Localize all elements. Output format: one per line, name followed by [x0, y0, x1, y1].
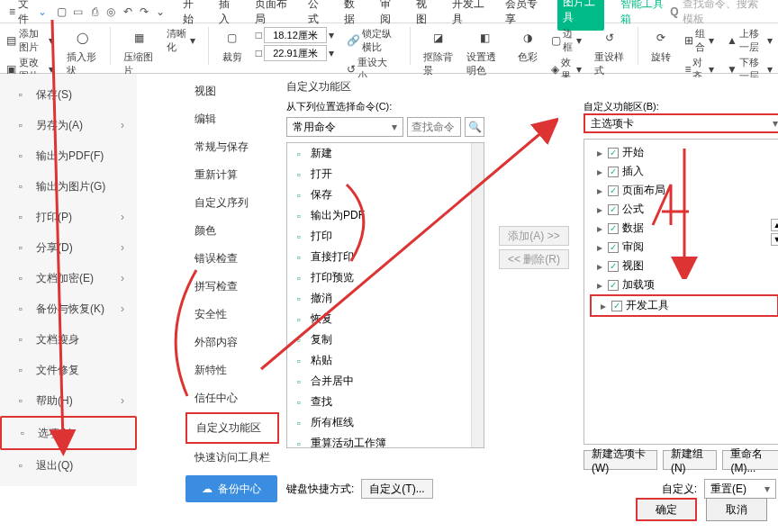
moveup-label[interactable]: 上移一层	[739, 27, 765, 54]
add-command-button[interactable]: 添加(A) >>	[499, 226, 569, 246]
command-item-6[interactable]: ▫打印预览	[287, 267, 484, 288]
new-group-button[interactable]: 新建组(N)	[663, 450, 717, 470]
tree-node-5[interactable]: ▸✓审阅	[588, 238, 778, 257]
spin-icon[interactable]: ▾	[329, 47, 334, 59]
ribbon-tree[interactable]: ▸✓开始▸✓插入▸✓页面布局▸✓公式▸✓数据▸✓审阅▸✓视图▸✓加载项▸✓开发工…	[584, 139, 778, 445]
tab-pic-tool[interactable]: 图片工具	[557, 0, 604, 31]
file-menu-item-11[interactable]: ▫选项(L)	[0, 416, 137, 450]
tree-node-1[interactable]: ▸✓插入	[588, 162, 778, 181]
reset-select[interactable]: 重置(E)▾	[704, 479, 776, 499]
options-category-11[interactable]: 信任中心	[185, 384, 279, 412]
tree-node-7[interactable]: ▸✓加载项	[588, 275, 778, 294]
border-label[interactable]: 边框	[563, 27, 574, 54]
options-category-12[interactable]: 自定义功能区	[185, 412, 279, 444]
trans-icon[interactable]: ◧	[475, 27, 496, 49]
tree-node-6[interactable]: ▸✓视图	[588, 257, 778, 275]
tab-dev[interactable]: 开发工具	[450, 0, 490, 31]
file-menu-item-0[interactable]: ▫保存(S)	[0, 79, 137, 110]
checkbox[interactable]: ✓	[608, 167, 619, 177]
customize-shortcut-button[interactable]: 自定义(T)...	[361, 479, 432, 499]
command-item-11[interactable]: ▫合并居中▸	[287, 371, 484, 392]
backup-center-button[interactable]: ☁ 备份中心	[185, 475, 277, 502]
color-icon[interactable]: ◑	[517, 27, 538, 49]
height-input[interactable]	[264, 27, 327, 43]
tree-node-3[interactable]: ▸✓公式	[588, 200, 778, 219]
options-category-2[interactable]: 常规与保存	[185, 133, 279, 161]
checkbox[interactable]: ✓	[608, 242, 619, 253]
file-menu-item-5[interactable]: ▫分享(D)›	[0, 232, 137, 263]
checkbox[interactable]: ✓	[608, 185, 619, 196]
file-menu-button[interactable]: ≡ 文件 ⌄	[4, 0, 52, 29]
search-hint[interactable]: Q 查找命令、搜索模板	[670, 0, 774, 27]
command-item-2[interactable]: ▫保存	[287, 185, 484, 205]
tree-node-8[interactable]: ▸✓开发工具	[590, 294, 778, 317]
remove-bg-icon[interactable]: ◪	[428, 27, 449, 49]
expand-icon[interactable]: ▸	[595, 262, 604, 271]
new-tab-button[interactable]: 新建选项卡(W)	[584, 450, 657, 470]
options-category-5[interactable]: 颜色	[185, 217, 279, 245]
checkbox[interactable]: ✓	[608, 280, 619, 291]
checkbox[interactable]: ✓	[608, 261, 619, 272]
move-up-button[interactable]: ▲	[771, 219, 778, 231]
options-category-13[interactable]: 快速访问工具栏	[185, 444, 279, 472]
file-menu-item-6[interactable]: ▫文档加密(E)›	[0, 263, 137, 293]
insert-shape-icon[interactable]: ◯	[71, 27, 93, 49]
command-item-12[interactable]: ▫查找	[287, 392, 484, 412]
command-item-7[interactable]: ▫撤消▸	[287, 288, 484, 309]
expand-icon[interactable]: ▸	[595, 243, 604, 252]
tab-smart-tool[interactable]: 智能工具箱	[619, 0, 667, 31]
command-item-10[interactable]: ▫粘贴▸	[287, 350, 484, 371]
checkbox[interactable]: ✓	[608, 204, 619, 215]
file-menu-item-1[interactable]: ▫另存为(A)›	[0, 110, 137, 140]
ok-button[interactable]: 确定	[636, 498, 697, 521]
command-item-9[interactable]: ▫复制	[287, 329, 484, 350]
qat-preview-icon[interactable]: ◎	[104, 5, 117, 19]
tab-insert[interactable]: 插入	[217, 0, 239, 31]
sharpen-label[interactable]: 清晰化	[167, 27, 188, 54]
search-commands-input[interactable]	[407, 117, 461, 137]
expand-icon[interactable]: ▸	[595, 224, 604, 233]
file-menu-item-9[interactable]: ▫文件修复	[0, 355, 137, 385]
options-category-10[interactable]: 新特性	[185, 356, 279, 384]
file-menu-item-4[interactable]: ▫打印(P)›	[0, 202, 137, 232]
file-menu-item-8[interactable]: ▫文档瘦身	[0, 324, 137, 355]
checkbox[interactable]: ✓	[608, 148, 619, 158]
tab-start[interactable]: 开始	[181, 0, 203, 31]
search-button[interactable]: 🔍	[465, 117, 484, 137]
rename-button[interactable]: 重命名(M)...	[722, 450, 778, 470]
expand-icon[interactable]: ▸	[595, 281, 604, 290]
command-item-3[interactable]: ▫输出为PDF	[287, 205, 484, 226]
main-tabs-select[interactable]: 主选项卡▾	[584, 113, 778, 133]
file-menu-item-2[interactable]: ▫输出为PDF(F)	[0, 140, 137, 171]
commands-list[interactable]: ▫新建▫打开▫保存▫输出为PDF▫打印▫直接打印▫打印预览▫撤消▸▫恢复▫复制▫…	[286, 142, 484, 448]
expand-icon[interactable]: ▸	[595, 167, 604, 176]
tab-layout[interactable]: 页面布局	[253, 0, 293, 31]
tab-data[interactable]: 数据	[342, 0, 364, 31]
lock-ratio-label[interactable]: 锁定纵横比	[362, 27, 397, 54]
options-category-8[interactable]: 安全性	[185, 301, 279, 329]
file-menu-item-7[interactable]: ▫备份与恢复(K)›	[0, 293, 137, 324]
crop-icon[interactable]: ▢	[222, 27, 243, 49]
qat-undo-icon[interactable]: ↶	[121, 5, 133, 19]
spin-icon[interactable]: ▾	[329, 29, 334, 41]
cancel-button[interactable]: 取消	[706, 498, 767, 521]
file-menu-item-10[interactable]: ▫帮助(H)›	[0, 385, 137, 416]
move-down-button[interactable]: ▼	[771, 233, 778, 246]
source-select[interactable]: 常用命令▾	[286, 117, 403, 137]
reset-style-icon[interactable]: ↺	[599, 27, 620, 49]
compress-icon[interactable]: ▦	[128, 27, 149, 49]
qat-print-icon[interactable]: ⎙	[88, 5, 101, 19]
tab-view[interactable]: 视图	[414, 0, 436, 31]
checkbox[interactable]: ✓	[611, 301, 622, 311]
tab-member[interactable]: 会员专享	[503, 0, 543, 31]
tab-review[interactable]: 审阅	[378, 0, 400, 31]
options-category-6[interactable]: 错误检查	[185, 245, 279, 273]
qat-redo-icon[interactable]: ↷	[138, 5, 150, 19]
options-category-0[interactable]: 视图	[185, 77, 279, 105]
qat-dropdown-icon[interactable]: ⌄	[154, 5, 167, 19]
file-menu-item-3[interactable]: ▫输出为图片(G)	[0, 171, 137, 202]
expand-icon[interactable]: ▸	[599, 302, 608, 311]
scrollbar[interactable]	[471, 143, 484, 447]
file-menu-item-12[interactable]: ▫退出(Q)	[0, 450, 137, 481]
rotate-icon[interactable]: ⟳	[650, 27, 672, 49]
